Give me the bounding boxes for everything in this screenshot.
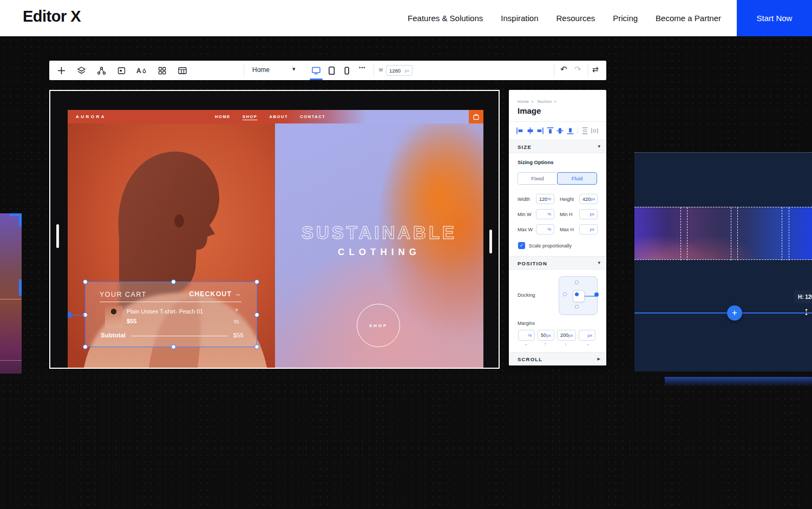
width-value: 120 [539,197,547,202]
align-right-icon[interactable] [536,127,544,135]
nav-item-inspiration[interactable]: Inspiration [501,14,538,23]
resize-handle[interactable] [83,279,88,284]
canvas-left-drag-handle[interactable] [56,224,59,248]
resize-handle[interactable] [83,344,88,349]
sizing-fluid-option[interactable]: Fluid [557,172,597,185]
cart-item-qty: 01 [234,319,239,324]
node-graph-icon [97,66,106,75]
remove-item-icon[interactable]: × [235,307,238,313]
redo-icon[interactable]: ↷ [574,64,581,74]
max-width-input[interactable]: % [536,224,554,234]
site-logo[interactable]: AURORA [76,114,106,119]
maxw-field-label: Max W [518,227,533,232]
layouters-button[interactable] [178,66,187,75]
interactions-button[interactable] [96,66,106,75]
site-cart-button[interactable] [469,110,483,123]
breadcrumb-separator: > [531,99,534,104]
layers-button[interactable] [76,66,86,75]
cart-overlay[interactable]: YOUR CART CHECKOUT → Plain Unisex T-shir… [85,282,257,347]
canvas-right-drag-handle[interactable] [489,230,492,253]
add-section-button[interactable] [116,66,126,75]
size-section-header[interactable]: SIZE ▾ [509,140,606,153]
page-selector[interactable]: Home [252,66,270,74]
quick-add-button[interactable] [157,66,167,75]
website-design[interactable]: AURORA HOME SHOP ABOUT CONTACT [68,110,483,368]
align-bottom-icon[interactable] [566,127,574,135]
distribute-vertical-icon[interactable] [581,127,589,135]
align-center-horizontal-icon[interactable] [526,127,534,135]
breakpoint-mobile-button[interactable] [342,66,351,75]
editor-hero: A Home ▾ ••• w [0,36,812,509]
position-section-header[interactable]: POSITION ▾ [509,256,606,270]
breadcrumb-section[interactable]: Section [537,99,552,104]
add-element-button[interactable] [56,66,66,75]
checkout-link[interactable]: CHECKOUT → [189,290,241,298]
site-menu-home[interactable]: HOME [215,114,231,119]
dock-center-dot[interactable] [575,292,579,296]
max-height-input[interactable]: px [579,224,598,234]
site-menu-shop[interactable]: SHOP [243,114,258,119]
grid-section[interactable] [634,207,812,260]
fragment-divider [0,360,22,361]
site-menu: HOME SHOP ABOUT CONTACT [215,114,326,119]
left-canvas-fragment[interactable] [0,213,22,374]
align-top-icon[interactable] [546,127,554,135]
width-input[interactable]: 120 % [536,194,554,204]
margin-right-input[interactable]: px [579,330,595,341]
start-now-button[interactable]: Start Now [737,0,812,36]
sizing-fixed-option[interactable]: Fixed [518,172,557,185]
resize-handle[interactable] [171,279,176,284]
scroll-section-header[interactable]: SCROLL ▶ [509,352,606,366]
breakpoint-tablet-button[interactable] [326,66,336,75]
undo-icon[interactable]: ↶ [560,64,567,74]
hero-gradient-section[interactable]: SUSTAINABLE CLOTHING SHOP [275,123,483,368]
more-breakpoints-button[interactable]: ••• [359,65,365,70]
resize-handle[interactable] [171,344,176,349]
height-input[interactable]: 420 px [579,194,598,204]
text-styles-button[interactable]: A [136,66,146,75]
transfer-breakpoint-icon[interactable]: ⇄ [592,65,599,74]
dock-center-box [573,290,585,302]
shopping-bag-icon [473,113,480,120]
nav-item-resources[interactable]: Resources [556,14,595,23]
align-center-vertical-icon[interactable] [556,127,564,135]
section-panel-icon [117,66,126,75]
min-height-input[interactable]: px [579,209,598,219]
resize-handle[interactable] [254,312,259,317]
dock-right-dot[interactable] [594,292,599,297]
align-left-icon[interactable] [516,127,524,135]
add-section-plus-button[interactable]: + [727,305,742,321]
margin-left-input[interactable]: % [518,330,535,341]
site-menu-contact[interactable]: CONTACT [300,114,325,119]
site-menu-about[interactable]: ABOUT [270,114,289,119]
dock-bottom-dot[interactable] [575,305,579,309]
minw-unit: % [547,212,551,217]
dock-top-dot[interactable] [575,280,579,284]
breakpoint-desktop-button[interactable] [311,66,321,75]
nav-item-pricing[interactable]: Pricing [613,14,638,23]
distribute-horizontal-icon[interactable] [591,127,599,135]
right-canvas-fragment[interactable] [634,152,812,371]
chevron-down-icon[interactable]: ▾ [292,66,296,73]
margin-bottom-input[interactable]: 200 px [557,330,576,341]
resize-handle[interactable] [254,344,259,349]
min-width-input[interactable]: % [536,209,554,219]
subtotal-label: Subtotal [101,332,126,338]
nav-item-features[interactable]: Features & Solutions [408,14,483,23]
margin-left-unit: % [528,333,532,338]
nav-item-partner[interactable]: Become a Partner [656,14,721,23]
docking-widget[interactable] [559,276,598,315]
shop-circle-button[interactable]: SHOP [357,304,400,347]
canvas-width-input[interactable]: 1280 px [386,65,412,76]
arrow-down-icon: ↓ [565,341,567,347]
breadcrumb-home[interactable]: Home [518,99,529,104]
section-resize-line[interactable] [634,312,812,314]
resize-handle[interactable] [254,279,259,284]
site-header[interactable]: AURORA HOME SHOP ABOUT CONTACT [68,110,483,123]
editor-x-logo[interactable]: Editor X [23,8,81,25]
scale-proportionally-checkbox[interactable]: ✓ [518,242,525,249]
dock-left-dot[interactable] [563,292,567,296]
resize-cursor-icon: ↕ [803,305,809,318]
divider [509,121,606,122]
margin-top-input[interactable]: 50 px [538,330,554,341]
